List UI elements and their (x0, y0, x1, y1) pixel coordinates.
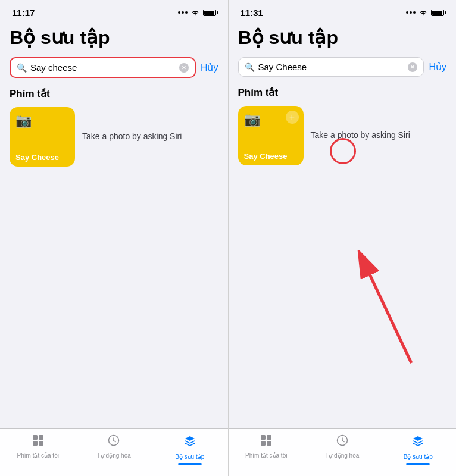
right-cancel-button[interactable]: Hủy (429, 61, 446, 73)
right-tab-bar: Phím tắt của tôi Tự động hóa (229, 428, 457, 476)
svg-rect-3 (39, 441, 43, 446)
right-shortcut-name: Say Cheese (244, 152, 288, 161)
left-tab-indicator (178, 463, 202, 465)
right-tab-label-2: Tự động hóa (325, 452, 359, 459)
right-tab-automation[interactable]: Tự động hóa (304, 434, 380, 459)
right-panel: 11:31 Bộ sưu tập 🔍 Say Cheese Hủ (229, 0, 457, 476)
left-clear-button[interactable] (179, 63, 189, 73)
left-shortcut-desc: Take a photo by asking Siri (82, 131, 182, 143)
right-shortcut-desc: Take a photo by asking Siri (311, 130, 410, 142)
right-clock-icon (336, 434, 349, 450)
svg-rect-11 (267, 441, 271, 446)
left-search-bar[interactable]: 🔍 Say cheese (10, 57, 196, 78)
right-time: 11:31 (241, 8, 263, 18)
left-shortcut-name: Say Cheese (15, 153, 59, 162)
left-cancel-button[interactable]: Hủy (201, 62, 218, 73)
left-search-container: 🔍 Say cheese Hủy (10, 57, 218, 78)
left-section-title: Phím tắt (10, 87, 218, 100)
right-wifi-icon (418, 9, 428, 16)
red-arrow (352, 250, 423, 369)
left-page-title: Bộ sưu tập (10, 26, 218, 49)
left-tab-label-1: Phím tắt của tôi (17, 452, 59, 459)
left-panel: 11:17 Bộ sưu tập 🔍 Say cheese Hủ (0, 0, 228, 476)
left-tab-label-2: Tự động hóa (97, 452, 131, 459)
left-page-content: Bộ sưu tập 🔍 Say cheese Hủy Phím tắt 📷 S… (0, 21, 228, 428)
left-status-bar: 11:17 (0, 0, 228, 21)
right-tab-indicator (406, 463, 430, 465)
right-battery-icon (431, 10, 444, 16)
left-status-icons (178, 9, 216, 16)
right-search-icon: 🔍 (245, 62, 255, 72)
right-tab-gallery[interactable]: Bộ sưu tập (380, 434, 457, 465)
left-shortcut-row: 📷 Say Cheese Take a photo by asking Siri (10, 107, 218, 167)
wifi-icon (190, 9, 200, 16)
battery-icon (203, 10, 216, 16)
right-clear-button[interactable] (408, 62, 417, 72)
svg-rect-0 (33, 435, 38, 440)
right-search-value: Say Cheese (258, 62, 405, 72)
right-grid-icon (260, 434, 273, 450)
right-status-icons (406, 9, 444, 16)
signal-dots (178, 11, 188, 14)
right-section-title: Phím tắt (238, 86, 447, 99)
left-tab-bar: Phím tắt của tôi Tự động hóa (0, 428, 228, 476)
right-dot1 (406, 11, 408, 14)
svg-rect-10 (261, 441, 266, 446)
right-tab-label-1: Phím tắt của tôi (245, 452, 287, 459)
left-tab-my-shortcuts[interactable]: Phím tắt của tôi (0, 434, 76, 459)
right-stack-icon (411, 434, 425, 452)
right-shortcut-card[interactable]: 📷 + Say Cheese (238, 106, 304, 165)
svg-rect-9 (267, 435, 271, 440)
right-dot3 (413, 11, 416, 14)
left-tab-automation[interactable]: Tự động hóa (76, 434, 152, 459)
right-status-bar: 11:31 (229, 0, 457, 21)
dot3 (185, 11, 188, 14)
left-time: 11:17 (12, 8, 35, 18)
right-dot2 (410, 11, 412, 14)
right-tab-my-shortcuts[interactable]: Phím tắt của tôi (229, 434, 305, 459)
left-tab-label-3: Bộ sưu tập (175, 453, 204, 460)
left-tab-gallery[interactable]: Bộ sưu tập (152, 434, 228, 465)
svg-rect-1 (39, 435, 43, 440)
left-grid-icon (32, 434, 45, 450)
left-stack-icon (183, 434, 197, 452)
left-search-icon: 🔍 (17, 63, 27, 73)
right-signal-dots (406, 11, 416, 14)
right-shortcut-row: 📷 + Say Cheese Take a photo by asking Si… (238, 106, 447, 165)
left-shortcut-camera-icon: 📷 (15, 113, 69, 129)
svg-point-5 (113, 440, 114, 441)
dot2 (182, 11, 184, 14)
right-search-container: 🔍 Say Cheese Hủy (238, 57, 447, 77)
left-clock-icon (107, 434, 120, 450)
right-tab-label-3: Bộ sưu tập (404, 453, 433, 460)
left-search-value: Say cheese (30, 62, 176, 73)
right-search-bar[interactable]: 🔍 Say Cheese (238, 57, 424, 77)
left-shortcut-card[interactable]: 📷 Say Cheese (10, 107, 75, 167)
svg-rect-8 (261, 435, 266, 440)
right-page-title: Bộ sưu tập (238, 26, 447, 49)
svg-line-7 (364, 262, 411, 363)
dot1 (178, 11, 180, 14)
svg-point-13 (342, 440, 343, 441)
right-add-button[interactable]: + (286, 111, 299, 124)
svg-rect-2 (33, 441, 38, 446)
